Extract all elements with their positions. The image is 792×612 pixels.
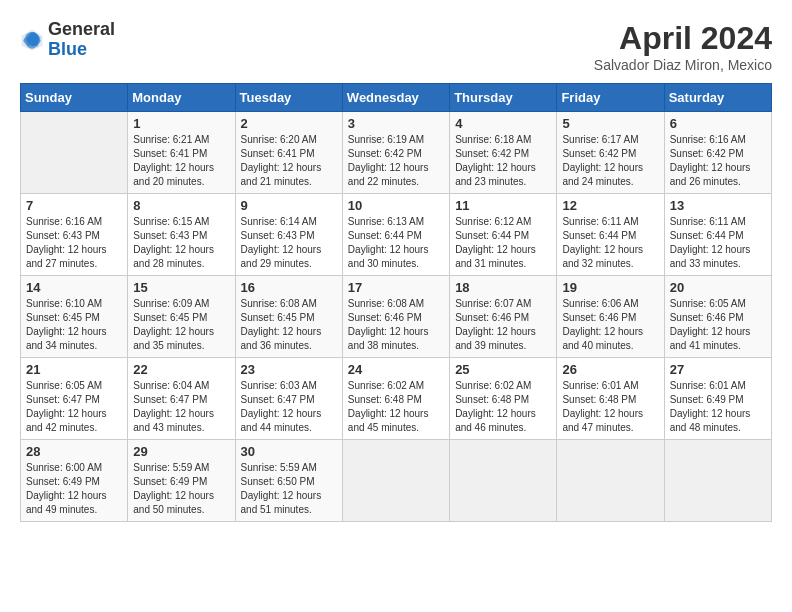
- calendar-cell: 1Sunrise: 6:21 AMSunset: 6:41 PMDaylight…: [128, 112, 235, 194]
- day-number: 12: [562, 198, 658, 213]
- calendar-cell: [21, 112, 128, 194]
- day-info: Sunrise: 6:16 AMSunset: 6:42 PMDaylight:…: [670, 133, 766, 189]
- calendar-cell: 3Sunrise: 6:19 AMSunset: 6:42 PMDaylight…: [342, 112, 449, 194]
- day-info: Sunrise: 6:20 AMSunset: 6:41 PMDaylight:…: [241, 133, 337, 189]
- calendar-cell: 6Sunrise: 6:16 AMSunset: 6:42 PMDaylight…: [664, 112, 771, 194]
- day-number: 8: [133, 198, 229, 213]
- calendar-cell: 19Sunrise: 6:06 AMSunset: 6:46 PMDayligh…: [557, 276, 664, 358]
- day-info: Sunrise: 6:10 AMSunset: 6:45 PMDaylight:…: [26, 297, 122, 353]
- day-number: 25: [455, 362, 551, 377]
- day-number: 30: [241, 444, 337, 459]
- day-info: Sunrise: 6:01 AMSunset: 6:49 PMDaylight:…: [670, 379, 766, 435]
- day-number: 24: [348, 362, 444, 377]
- day-info: Sunrise: 6:09 AMSunset: 6:45 PMDaylight:…: [133, 297, 229, 353]
- day-number: 9: [241, 198, 337, 213]
- calendar-title: April 2024: [594, 20, 772, 57]
- day-number: 13: [670, 198, 766, 213]
- day-number: 21: [26, 362, 122, 377]
- calendar-cell: [557, 440, 664, 522]
- day-number: 7: [26, 198, 122, 213]
- calendar-cell: 11Sunrise: 6:12 AMSunset: 6:44 PMDayligh…: [450, 194, 557, 276]
- header-cell-thursday: Thursday: [450, 84, 557, 112]
- calendar-cell: 7Sunrise: 6:16 AMSunset: 6:43 PMDaylight…: [21, 194, 128, 276]
- day-number: 6: [670, 116, 766, 131]
- calendar-cell: 27Sunrise: 6:01 AMSunset: 6:49 PMDayligh…: [664, 358, 771, 440]
- day-number: 22: [133, 362, 229, 377]
- calendar-cell: 22Sunrise: 6:04 AMSunset: 6:47 PMDayligh…: [128, 358, 235, 440]
- day-number: 27: [670, 362, 766, 377]
- day-info: Sunrise: 6:08 AMSunset: 6:46 PMDaylight:…: [348, 297, 444, 353]
- day-number: 17: [348, 280, 444, 295]
- calendar-cell: [450, 440, 557, 522]
- day-info: Sunrise: 6:21 AMSunset: 6:41 PMDaylight:…: [133, 133, 229, 189]
- day-info: Sunrise: 6:16 AMSunset: 6:43 PMDaylight:…: [26, 215, 122, 271]
- day-number: 23: [241, 362, 337, 377]
- header-cell-sunday: Sunday: [21, 84, 128, 112]
- calendar-cell: 16Sunrise: 6:08 AMSunset: 6:45 PMDayligh…: [235, 276, 342, 358]
- day-info: Sunrise: 6:02 AMSunset: 6:48 PMDaylight:…: [455, 379, 551, 435]
- calendar-table: SundayMondayTuesdayWednesdayThursdayFrid…: [20, 83, 772, 522]
- day-number: 18: [455, 280, 551, 295]
- day-number: 5: [562, 116, 658, 131]
- calendar-cell: 13Sunrise: 6:11 AMSunset: 6:44 PMDayligh…: [664, 194, 771, 276]
- day-info: Sunrise: 6:04 AMSunset: 6:47 PMDaylight:…: [133, 379, 229, 435]
- calendar-header: SundayMondayTuesdayWednesdayThursdayFrid…: [21, 84, 772, 112]
- day-info: Sunrise: 6:14 AMSunset: 6:43 PMDaylight:…: [241, 215, 337, 271]
- calendar-body: 1Sunrise: 6:21 AMSunset: 6:41 PMDaylight…: [21, 112, 772, 522]
- day-info: Sunrise: 6:01 AMSunset: 6:48 PMDaylight:…: [562, 379, 658, 435]
- calendar-week-5: 28Sunrise: 6:00 AMSunset: 6:49 PMDayligh…: [21, 440, 772, 522]
- calendar-cell: 9Sunrise: 6:14 AMSunset: 6:43 PMDaylight…: [235, 194, 342, 276]
- header-cell-friday: Friday: [557, 84, 664, 112]
- day-number: 1: [133, 116, 229, 131]
- day-number: 11: [455, 198, 551, 213]
- day-info: Sunrise: 6:17 AMSunset: 6:42 PMDaylight:…: [562, 133, 658, 189]
- header: General Blue April 2024 Salvador Diaz Mi…: [20, 20, 772, 73]
- calendar-week-3: 14Sunrise: 6:10 AMSunset: 6:45 PMDayligh…: [21, 276, 772, 358]
- day-info: Sunrise: 6:08 AMSunset: 6:45 PMDaylight:…: [241, 297, 337, 353]
- day-number: 14: [26, 280, 122, 295]
- calendar-cell: 29Sunrise: 5:59 AMSunset: 6:49 PMDayligh…: [128, 440, 235, 522]
- day-info: Sunrise: 6:03 AMSunset: 6:47 PMDaylight:…: [241, 379, 337, 435]
- calendar-subtitle: Salvador Diaz Miron, Mexico: [594, 57, 772, 73]
- calendar-cell: 24Sunrise: 6:02 AMSunset: 6:48 PMDayligh…: [342, 358, 449, 440]
- calendar-cell: 2Sunrise: 6:20 AMSunset: 6:41 PMDaylight…: [235, 112, 342, 194]
- calendar-cell: 12Sunrise: 6:11 AMSunset: 6:44 PMDayligh…: [557, 194, 664, 276]
- day-number: 10: [348, 198, 444, 213]
- day-number: 3: [348, 116, 444, 131]
- calendar-cell: 30Sunrise: 5:59 AMSunset: 6:50 PMDayligh…: [235, 440, 342, 522]
- day-info: Sunrise: 6:07 AMSunset: 6:46 PMDaylight:…: [455, 297, 551, 353]
- header-row: SundayMondayTuesdayWednesdayThursdayFrid…: [21, 84, 772, 112]
- day-info: Sunrise: 6:11 AMSunset: 6:44 PMDaylight:…: [670, 215, 766, 271]
- calendar-cell: 23Sunrise: 6:03 AMSunset: 6:47 PMDayligh…: [235, 358, 342, 440]
- day-info: Sunrise: 6:05 AMSunset: 6:46 PMDaylight:…: [670, 297, 766, 353]
- calendar-cell: 18Sunrise: 6:07 AMSunset: 6:46 PMDayligh…: [450, 276, 557, 358]
- day-number: 2: [241, 116, 337, 131]
- calendar-cell: 17Sunrise: 6:08 AMSunset: 6:46 PMDayligh…: [342, 276, 449, 358]
- calendar-cell: 5Sunrise: 6:17 AMSunset: 6:42 PMDaylight…: [557, 112, 664, 194]
- day-number: 19: [562, 280, 658, 295]
- calendar-cell: 20Sunrise: 6:05 AMSunset: 6:46 PMDayligh…: [664, 276, 771, 358]
- day-number: 20: [670, 280, 766, 295]
- day-info: Sunrise: 6:00 AMSunset: 6:49 PMDaylight:…: [26, 461, 122, 517]
- calendar-week-4: 21Sunrise: 6:05 AMSunset: 6:47 PMDayligh…: [21, 358, 772, 440]
- day-number: 28: [26, 444, 122, 459]
- calendar-cell: [664, 440, 771, 522]
- day-info: Sunrise: 6:12 AMSunset: 6:44 PMDaylight:…: [455, 215, 551, 271]
- day-info: Sunrise: 5:59 AMSunset: 6:50 PMDaylight:…: [241, 461, 337, 517]
- calendar-cell: 8Sunrise: 6:15 AMSunset: 6:43 PMDaylight…: [128, 194, 235, 276]
- day-info: Sunrise: 6:13 AMSunset: 6:44 PMDaylight:…: [348, 215, 444, 271]
- logo: General Blue: [20, 20, 115, 60]
- calendar-cell: 21Sunrise: 6:05 AMSunset: 6:47 PMDayligh…: [21, 358, 128, 440]
- day-info: Sunrise: 6:15 AMSunset: 6:43 PMDaylight:…: [133, 215, 229, 271]
- calendar-cell: 14Sunrise: 6:10 AMSunset: 6:45 PMDayligh…: [21, 276, 128, 358]
- header-cell-monday: Monday: [128, 84, 235, 112]
- calendar-cell: 28Sunrise: 6:00 AMSunset: 6:49 PMDayligh…: [21, 440, 128, 522]
- calendar-cell: 15Sunrise: 6:09 AMSunset: 6:45 PMDayligh…: [128, 276, 235, 358]
- day-info: Sunrise: 6:02 AMSunset: 6:48 PMDaylight:…: [348, 379, 444, 435]
- logo-text: General Blue: [48, 20, 115, 60]
- title-area: April 2024 Salvador Diaz Miron, Mexico: [594, 20, 772, 73]
- day-number: 29: [133, 444, 229, 459]
- calendar-cell: [342, 440, 449, 522]
- day-number: 26: [562, 362, 658, 377]
- day-number: 16: [241, 280, 337, 295]
